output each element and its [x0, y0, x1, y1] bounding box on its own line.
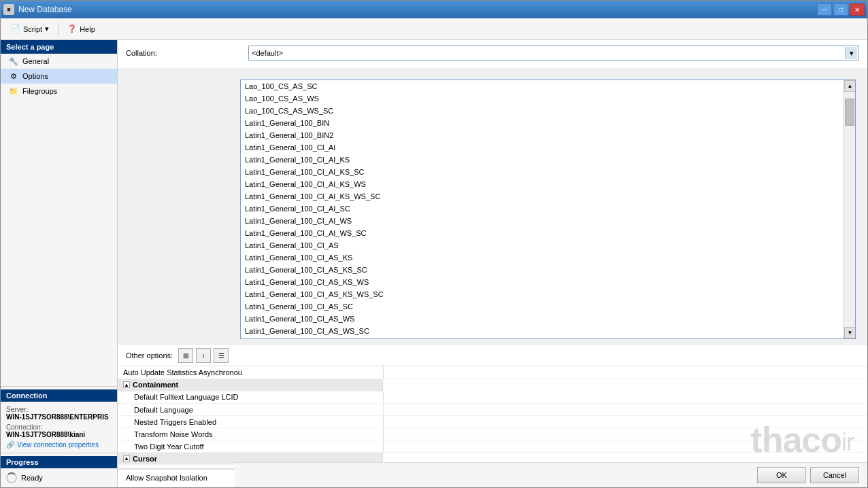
left-panel: Select a page 🔧 General ⚙ Options 📁 File… [1, 40, 118, 487]
options-table: Auto Update Statistics Asynchronou ▲ Con… [118, 366, 867, 468]
server-info-row: Server: WIN-1SJT7SOR888\ENTERPRIS [1, 404, 117, 422]
help-icon: ❓ [67, 24, 77, 33]
table-cell-deflang-label: Default Language [118, 404, 383, 416]
collation-option-lao-cs-as-ws[interactable]: Lao_100_CS_AS_WS [241, 92, 844, 105]
connection-info-row: Connection: WIN-1SJT7SOR888\kiani [1, 422, 117, 440]
collation-option-latin1-100-ci-ai-ws[interactable]: Latin1_General_100_CI_AI_WS [241, 215, 844, 227]
table-row-two-digit: Two Digit Year Cutoff [118, 440, 867, 453]
filegroups-icon: 📁 [9, 86, 18, 96]
collation-option-latin1-100-ci-ai-ks-sc[interactable]: Latin1_General_100_CI_AI_KS_SC [241, 166, 844, 178]
collation-option-latin1-100-bin2[interactable]: Latin1_General_100_BIN2 [241, 129, 844, 141]
toolbar-separator [58, 22, 59, 36]
collation-option-latin1-100-ci-as-ws[interactable]: Latin1_General_100_CI_AS_WS [241, 313, 844, 325]
progress-spinner [6, 472, 17, 483]
sidebar-item-filegroups-label: Filegroups [22, 87, 57, 95]
connection-section-header: Connection [1, 389, 117, 402]
table-cell-nested-label: Nested Triggers Enabled [118, 416, 383, 428]
select-page-header: Select a page [1, 40, 117, 54]
table-group-containment-header: ▲ Containment [118, 379, 383, 391]
connection-value: WIN-1SJT7SOR888\kiani [6, 431, 85, 438]
collation-option-latin1-100-ci-as-ws-sc[interactable]: Latin1_General_100_CI_AS_WS_SC [241, 325, 844, 337]
connection-section: Connection Server: WIN-1SJT7SOR888\ENTER… [1, 386, 117, 453]
title-bar: ■ New Database ─ □ ✕ [1, 1, 867, 18]
table-group-containment: ▲ Containment [118, 379, 867, 391]
collation-list-container: Lao_100_CS_AS_SC Lao_100_CS_AS_WS Lao_10… [240, 80, 856, 339]
bottom-info-label: Allow Snapshot Isolation [126, 474, 207, 482]
collation-selected-value: <default> [252, 49, 856, 57]
toolbar: 📄 Script ▾ ❓ Help [1, 18, 867, 40]
containment-label: Containment [133, 381, 178, 389]
collation-option-latin1-100-ci-as[interactable]: Latin1_General_100_CI_AS [241, 239, 844, 251]
collation-option-latin1-100-ci-ai-sc[interactable]: Latin1_General_100_CI_AI_SC [241, 203, 844, 215]
sidebar-item-options-label: Options [22, 72, 48, 80]
sidebar-item-general-label: General [22, 57, 49, 65]
collation-option-latin1-100-ci-as-ks-ws[interactable]: Latin1_General_100_CI_AS_KS_WS [241, 276, 844, 288]
general-icon: 🔧 [9, 56, 18, 66]
view-connection-link[interactable]: 🔗 View connection properties [1, 440, 117, 450]
cursor-collapse-icon[interactable]: ▲ [123, 455, 130, 462]
collation-option-latin1-100-ci-ai-ks-ws-sc[interactable]: Latin1_General_100_CI_AI_KS_WS_SC [241, 190, 844, 203]
collation-option-latin1-100-cs-ai[interactable]: Latin1_General_100_CS_AI [241, 337, 844, 338]
cancel-button[interactable]: Cancel [810, 467, 859, 483]
table-cell-nested-value [383, 416, 867, 428]
server-label: Server: [6, 406, 28, 413]
nav-items: 🔧 General ⚙ Options 📁 Filegroups [1, 54, 117, 386]
collation-option-lao-cs-as-sc[interactable]: Lao_100_CS_AS_SC [241, 80, 844, 92]
containment-collapse-icon[interactable]: ▲ [123, 381, 130, 388]
connection-label: Connection: [6, 423, 42, 431]
close-button[interactable]: ✕ [850, 3, 865, 16]
cursor-label: Cursor [133, 455, 157, 463]
options-filter-btn[interactable]: ⊞ [178, 348, 193, 363]
maximize-button[interactable]: □ [833, 3, 848, 16]
table-cell-noise-value [383, 428, 867, 440]
help-label: Help [80, 25, 95, 33]
collation-option-latin1-100-ci-ai[interactable]: Latin1_General_100_CI_AI [241, 141, 844, 154]
options-toolbar: Other options: ⊞ ↕ ☰ [118, 345, 867, 366]
collation-row: Collation: <default> ▾ [126, 46, 859, 60]
sidebar-item-general[interactable]: 🔧 General [1, 54, 117, 69]
table-row-default-fulltext: Default Fulltext Language LCID [118, 391, 867, 404]
collation-scroll-track[interactable] [844, 92, 855, 327]
table-row-nested-triggers: Nested Triggers Enabled [118, 416, 867, 428]
help-button[interactable]: ❓ Help [63, 22, 100, 36]
server-value: WIN-1SJT7SOR888\ENTERPRIS [6, 413, 109, 421]
title-bar-buttons: ─ □ ✕ [817, 3, 865, 16]
collation-option-latin1-100-ci-as-ks-ws-sc[interactable]: Latin1_General_100_CI_AS_KS_WS_SC [241, 288, 844, 300]
collation-option-lao-cs-as-ws-sc[interactable]: Lao_100_CS_AS_WS_SC [241, 105, 844, 117]
table-cell-auto-update-value [383, 366, 867, 379]
sidebar-item-filegroups[interactable]: 📁 Filegroups [1, 84, 117, 99]
main-content: Select a page 🔧 General ⚙ Options 📁 File… [1, 40, 867, 487]
collation-scroll-up[interactable]: ▲ [844, 80, 856, 92]
collation-option-latin1-100-ci-as-sc[interactable]: Latin1_General_100_CI_AS_SC [241, 300, 844, 313]
table-cell-fulltext-value [383, 391, 867, 404]
collation-container: <default> ▾ [248, 46, 859, 60]
script-button[interactable]: 📄 Script ▾ [6, 22, 54, 36]
connection-link-label: View connection properties [17, 441, 99, 449]
collation-option-latin1-100-ci-as-ks[interactable]: Latin1_General_100_CI_AS_KS [241, 251, 844, 264]
options-list-btn[interactable]: ☰ [214, 348, 229, 363]
collation-scrollbar: ▲ ▼ [844, 80, 855, 338]
progress-label: Ready [1, 471, 117, 485]
collation-option-latin1-100-ci-ai-ks[interactable]: Latin1_General_100_CI_AI_KS [241, 154, 844, 166]
collation-scroll-down[interactable]: ▼ [844, 327, 856, 338]
options-sort-btn[interactable]: ↕ [196, 348, 211, 363]
collation-scroll-thumb[interactable] [845, 99, 854, 126]
ok-button[interactable]: OK [757, 467, 806, 483]
main-window: ■ New Database ─ □ ✕ 📄 Script ▾ ❓ Help S… [0, 0, 868, 488]
collation-option-latin1-100-ci-ai-ks-ws[interactable]: Latin1_General_100_CI_AI_KS_WS [241, 178, 844, 190]
minimize-button[interactable]: ─ [817, 3, 832, 16]
table-row-transform-noise: Transform Noise Words [118, 428, 867, 440]
collation-list[interactable]: Lao_100_CS_AS_SC Lao_100_CS_AS_WS Lao_10… [241, 80, 844, 338]
options-icon: ⚙ [9, 71, 18, 81]
right-panel: Collation: <default> ▾ Lao_100_CS_AS_SC … [118, 40, 867, 487]
script-dropdown-arrow[interactable]: ▾ [45, 24, 49, 33]
sidebar-item-options[interactable]: ⚙ Options [1, 69, 117, 84]
script-label: Script [23, 25, 42, 33]
collation-option-latin1-100-ci-as-ks-sc[interactable]: Latin1_General_100_CI_AS_KS_SC [241, 264, 844, 276]
collation-option-latin1-100-ci-ai-ws-sc[interactable]: Latin1_General_100_CI_AI_WS_SC [241, 227, 844, 239]
collation-option-latin1-100-bin[interactable]: Latin1_General_100_BIN [241, 117, 844, 129]
table-cell-twodigit-value [383, 440, 867, 453]
title-bar-left: ■ New Database [3, 4, 72, 15]
table-cell-auto-update-label: Auto Update Statistics Asynchronou [118, 366, 383, 379]
collation-field[interactable]: <default> ▾ [248, 46, 859, 60]
